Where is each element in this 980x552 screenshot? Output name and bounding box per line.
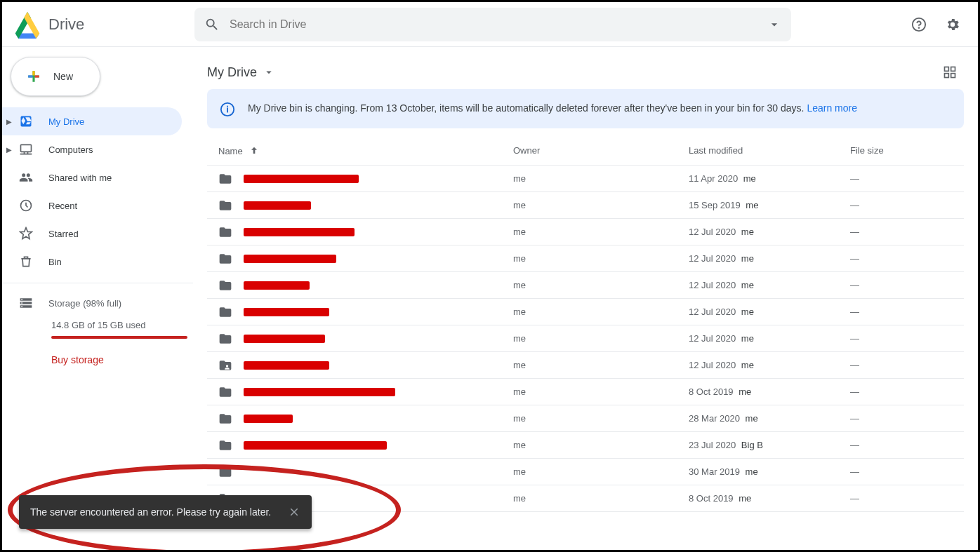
settings-button[interactable]	[939, 11, 967, 39]
svg-point-1	[919, 27, 920, 28]
table-row[interactable]: me12 Jul 2020 me—	[207, 219, 964, 245]
bin-icon	[19, 255, 33, 269]
folder-icon	[218, 252, 232, 266]
sidebar-item-label: Computers	[48, 144, 93, 155]
logo-wrap[interactable]: Drive	[13, 11, 180, 39]
col-size[interactable]: File size	[850, 145, 958, 156]
redacted-name	[244, 335, 325, 343]
sidebar: New ▶ My Drive ▶ Computers Shared with m…	[2, 47, 193, 550]
toast-text: The server encountered an error. Please …	[30, 506, 271, 518]
table-row[interactable]: me11 Apr 2020 me—	[207, 166, 964, 192]
redacted-name	[244, 415, 293, 423]
sidebar-item-label: My Drive	[48, 116, 84, 127]
row-size: —	[850, 227, 958, 237]
row-modified: 15 Sep 2019 me	[689, 200, 850, 210]
gear-icon	[945, 17, 960, 32]
sidebar-item-label: Shared with me	[48, 173, 112, 183]
row-owner: me	[513, 280, 689, 290]
search-input[interactable]	[230, 18, 757, 31]
folder-icon	[218, 172, 232, 186]
sidebar-item-mydrive[interactable]: ▶ My Drive	[2, 107, 182, 135]
sort-asc-icon	[249, 145, 260, 156]
path-row: My Drive	[207, 55, 964, 89]
buy-storage-link[interactable]: Buy storage	[51, 354, 193, 365]
table-row[interactable]: me8 Oct 2019 me—	[207, 485, 964, 512]
folder-icon	[218, 412, 232, 426]
col-owner[interactable]: Owner	[513, 145, 689, 156]
redacted-name	[244, 441, 387, 450]
table-row[interactable]: me23 Jul 2020 Big B—	[207, 432, 964, 459]
svg-rect-5	[951, 67, 955, 72]
table-row[interactable]: me12 Jul 2020 me—	[207, 272, 964, 299]
table-row[interactable]: me12 Jul 2020 me—	[207, 352, 964, 379]
row-owner: me	[513, 227, 689, 237]
expand-icon[interactable]: ▶	[6, 118, 12, 126]
row-size: —	[850, 200, 958, 210]
row-owner: me	[513, 173, 689, 184]
search-icon	[204, 17, 220, 32]
row-size: —	[850, 493, 958, 504]
row-modified: 12 Jul 2020 me	[689, 360, 850, 370]
row-size: —	[850, 413, 958, 424]
row-size: —	[850, 173, 958, 184]
folder-icon	[218, 438, 232, 452]
folder-icon	[218, 198, 232, 213]
row-modified: 12 Jul 2020 me	[689, 227, 850, 237]
redacted-name	[244, 175, 359, 183]
table-row[interactable]: me12 Jul 2020 me—	[207, 325, 964, 352]
col-name[interactable]: Name	[218, 145, 513, 156]
search-bar[interactable]	[194, 8, 791, 41]
row-size: —	[850, 253, 958, 264]
row-owner: me	[513, 200, 689, 210]
sidebar-item-computers[interactable]: ▶ Computers	[2, 135, 182, 163]
col-modified[interactable]: Last modified	[689, 145, 850, 156]
row-owner: me	[513, 440, 689, 450]
learn-more-link[interactable]: Learn more	[807, 102, 857, 114]
table-row[interactable]: me12 Jul 2020 me—	[207, 299, 964, 325]
table-row[interactable]: me30 Mar 2019 me—	[207, 459, 964, 485]
row-owner: me	[513, 307, 689, 317]
storage-block: Storage (98% full) 14.8 GB of 15 GB used…	[2, 290, 193, 365]
row-size: —	[850, 307, 958, 317]
file-rows: me11 Apr 2020 me—me15 Sep 2019 me—me12 J…	[207, 166, 964, 550]
banner-text: My Drive bin is changing. From 13 Octobe…	[248, 100, 857, 117]
table-row[interactable]: me15 Sep 2019 me—	[207, 192, 964, 219]
path-button[interactable]: My Drive	[207, 65, 275, 80]
divider	[2, 283, 193, 283]
storage-bar	[51, 336, 187, 339]
row-modified: 8 Oct 2019 me	[689, 493, 850, 504]
row-size: —	[850, 360, 958, 370]
row-owner: me	[513, 466, 689, 477]
new-button[interactable]: New	[11, 57, 100, 96]
table-row[interactable]: me28 Mar 2020 me—	[207, 405, 964, 432]
row-modified: 23 Jul 2020 Big B	[689, 440, 850, 450]
storage-label: Storage (98% full)	[48, 298, 121, 309]
sidebar-item-starred[interactable]: Starred	[2, 220, 182, 248]
recent-icon	[19, 198, 33, 213]
folder-icon	[218, 385, 232, 399]
redacted-name	[244, 308, 329, 316]
sidebar-item-bin[interactable]: Bin	[2, 248, 182, 276]
row-size: —	[850, 440, 958, 450]
table-row[interactable]: me12 Jul 2020 me—	[207, 245, 964, 272]
shared-icon	[19, 170, 33, 184]
table-row[interactable]: me8 Oct 2019 me—	[207, 379, 964, 405]
expand-icon[interactable]: ▶	[6, 146, 12, 154]
sidebar-item-recent[interactable]: Recent	[2, 191, 182, 220]
path-label: My Drive	[207, 65, 257, 80]
main: My Drive My Drive bin is changing. From …	[193, 47, 978, 550]
svg-point-9	[226, 365, 228, 367]
close-icon[interactable]	[288, 506, 300, 518]
view-grid-button[interactable]	[936, 58, 964, 86]
row-owner: me	[513, 386, 689, 397]
new-button-label: New	[53, 71, 73, 82]
redacted-name	[244, 201, 311, 210]
sidebar-item-shared[interactable]: Shared with me	[2, 163, 182, 191]
redacted-name	[244, 388, 395, 396]
help-button[interactable]	[905, 11, 933, 39]
search-options-icon[interactable]	[767, 18, 781, 32]
svg-rect-2	[21, 144, 32, 152]
storage-link[interactable]: Storage (98% full)	[19, 296, 193, 310]
computers-icon	[19, 142, 33, 156]
row-size: —	[850, 333, 958, 344]
